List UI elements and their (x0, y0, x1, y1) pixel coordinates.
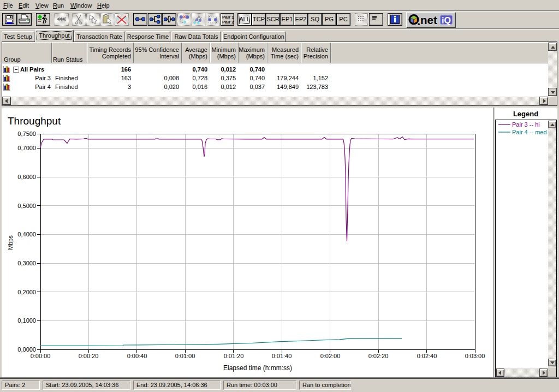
svg-text:iQ: iQ (442, 16, 451, 25)
svg-text:net: net (420, 14, 437, 26)
